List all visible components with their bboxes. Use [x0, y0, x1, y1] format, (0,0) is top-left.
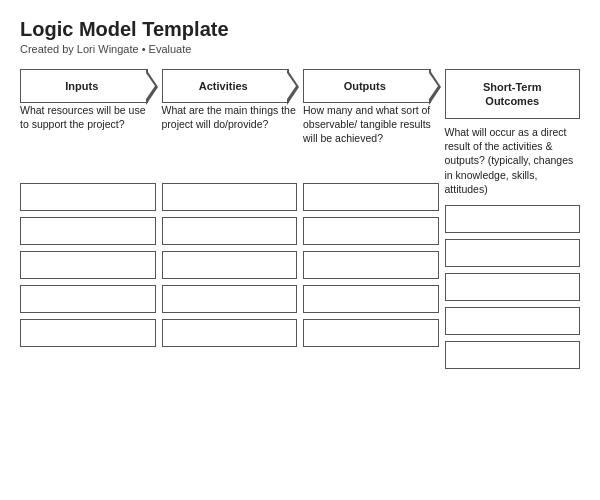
page: Logic Model Template Created by Lori Win…	[0, 0, 600, 385]
description-outputs: How many and what sort of observable/ ta…	[303, 103, 439, 175]
input-box-outputs-0[interactable]	[303, 183, 439, 211]
input-box-activities-3[interactable]	[162, 285, 298, 313]
column-outputs: OutputsHow many and what sort of observa…	[303, 69, 439, 353]
input-box-short-term-outcomes-4[interactable]	[445, 341, 581, 369]
input-box-inputs-4[interactable]	[20, 319, 156, 347]
header-outputs: Outputs	[303, 69, 431, 103]
input-box-short-term-outcomes-0[interactable]	[445, 205, 581, 233]
input-box-inputs-3[interactable]	[20, 285, 156, 313]
header-short-term-outcomes: Short-TermOutcomes	[445, 69, 581, 119]
input-box-outputs-2[interactable]	[303, 251, 439, 279]
header-inputs: Inputs	[20, 69, 148, 103]
input-box-short-term-outcomes-1[interactable]	[445, 239, 581, 267]
input-box-inputs-1[interactable]	[20, 217, 156, 245]
input-box-short-term-outcomes-3[interactable]	[445, 307, 581, 335]
page-title: Logic Model Template	[20, 18, 580, 41]
header-activities: Activities	[162, 69, 290, 103]
description-inputs: What resources will be use to support th…	[20, 103, 156, 175]
page-subtitle: Created by Lori Wingate • Evaluate	[20, 43, 580, 55]
input-box-activities-2[interactable]	[162, 251, 298, 279]
input-box-activities-0[interactable]	[162, 183, 298, 211]
input-box-outputs-3[interactable]	[303, 285, 439, 313]
input-box-inputs-2[interactable]	[20, 251, 156, 279]
description-short-term-outcomes: What will occur as a direct result of th…	[445, 125, 581, 197]
description-activities: What are the main things the project wil…	[162, 103, 298, 175]
input-box-inputs-0[interactable]	[20, 183, 156, 211]
input-box-short-term-outcomes-2[interactable]	[445, 273, 581, 301]
column-activities: ActivitiesWhat are the main things the p…	[162, 69, 298, 353]
input-box-outputs-1[interactable]	[303, 217, 439, 245]
column-inputs: InputsWhat resources will be use to supp…	[20, 69, 156, 353]
column-short-term-outcomes: Short-TermOutcomesWhat will occur as a d…	[445, 69, 581, 375]
input-box-outputs-4[interactable]	[303, 319, 439, 347]
model-area: InputsWhat resources will be use to supp…	[20, 69, 580, 375]
input-box-activities-1[interactable]	[162, 217, 298, 245]
input-box-activities-4[interactable]	[162, 319, 298, 347]
